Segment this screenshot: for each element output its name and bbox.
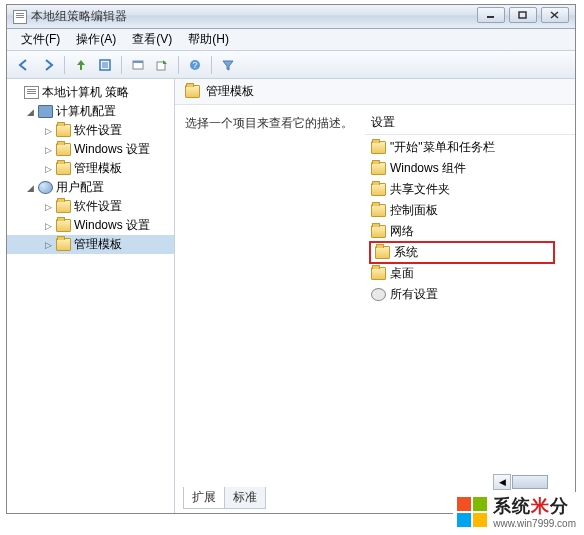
content-area: 本地计算机 策略 ◢ 计算机配置 ▷ 软件设置 ▷ Windows 设置 ▷ 管…: [7, 79, 575, 513]
svg-rect-1: [519, 12, 526, 18]
folder-icon: [371, 141, 386, 154]
setting-control-panel[interactable]: 控制面板: [365, 200, 575, 221]
logo-square-blue: [457, 513, 471, 527]
view-tabs: 扩展 标准: [183, 487, 265, 509]
watermark: 系统米分 www.win7999.com: [453, 492, 580, 531]
help-button[interactable]: ?: [184, 54, 206, 76]
expander-icon[interactable]: ◢: [25, 106, 36, 117]
folder-icon: [375, 246, 390, 259]
description-column: 选择一个项目来查看它的描述。: [175, 105, 365, 513]
expander-icon[interactable]: ▷: [43, 239, 54, 250]
toolbar: ?: [7, 51, 575, 79]
toolbar-separator: [211, 56, 212, 74]
watermark-text: 系统米分 www.win7999.com: [493, 494, 576, 529]
folder-icon: [371, 204, 386, 217]
tree-software-settings-user[interactable]: ▷ 软件设置: [7, 197, 174, 216]
setting-network[interactable]: 网络: [365, 221, 575, 242]
tree-computer-config[interactable]: ◢ 计算机配置: [7, 102, 174, 121]
svg-text:?: ?: [192, 60, 197, 70]
folder-icon: [185, 85, 200, 98]
tree-label: 用户配置: [56, 179, 104, 196]
scroll-thumb[interactable]: [512, 475, 548, 489]
watermark-url: www.win7999.com: [493, 518, 576, 529]
maximize-button[interactable]: [509, 7, 537, 23]
tree-label: Windows 设置: [74, 141, 150, 158]
app-icon: [13, 10, 27, 24]
tab-extended[interactable]: 扩展: [183, 487, 225, 509]
menu-help[interactable]: 帮助(H): [180, 29, 237, 50]
setting-label: 桌面: [390, 265, 414, 282]
watermark-logo: [457, 497, 487, 527]
folder-icon: [56, 124, 71, 137]
tree-windows-settings-user[interactable]: ▷ Windows 设置: [7, 216, 174, 235]
setting-label: Windows 组件: [390, 160, 466, 177]
tree-admin-templates[interactable]: ▷ 管理模板: [7, 159, 174, 178]
gpedit-window: 本地组策略编辑器 文件(F) 操作(A) 查看(V) 帮助(H) ?: [6, 4, 576, 514]
tab-standard[interactable]: 标准: [224, 487, 266, 509]
tree-label: 管理模板: [74, 160, 122, 177]
gear-icon: [371, 288, 386, 301]
folder-icon: [56, 143, 71, 156]
settings-column-header[interactable]: 设置: [365, 111, 575, 135]
window-title: 本地组策略编辑器: [31, 8, 127, 25]
expander-icon[interactable]: ▷: [43, 144, 54, 155]
logo-square-yellow: [473, 513, 487, 527]
tree-label: 软件设置: [74, 198, 122, 215]
up-button[interactable]: [70, 54, 92, 76]
setting-windows-components[interactable]: Windows 组件: [365, 158, 575, 179]
folder-icon: [371, 225, 386, 238]
expander-icon[interactable]: ▷: [43, 201, 54, 212]
tree-software-settings[interactable]: ▷ 软件设置: [7, 121, 174, 140]
folder-icon: [371, 183, 386, 196]
folder-icon: [56, 200, 71, 213]
details-title: 管理模板: [206, 83, 254, 100]
setting-all[interactable]: 所有设置: [365, 284, 575, 305]
menu-action[interactable]: 操作(A): [68, 29, 124, 50]
tree-admin-templates-user[interactable]: ▷ 管理模板: [7, 235, 174, 254]
window-controls: [477, 7, 569, 23]
expander-icon[interactable]: ◢: [25, 182, 36, 193]
tree-pane[interactable]: 本地计算机 策略 ◢ 计算机配置 ▷ 软件设置 ▷ Windows 设置 ▷ 管…: [7, 79, 175, 513]
setting-shared-folders[interactable]: 共享文件夹: [365, 179, 575, 200]
tree-label: 软件设置: [74, 122, 122, 139]
folder-icon: [371, 162, 386, 175]
logo-square-green: [473, 497, 487, 511]
setting-label: 控制面板: [390, 202, 438, 219]
scroll-left-button[interactable]: ◀: [493, 474, 511, 490]
setting-label: 所有设置: [390, 286, 438, 303]
expander-icon[interactable]: ▷: [43, 220, 54, 231]
menu-view[interactable]: 查看(V): [124, 29, 180, 50]
tree-label: Windows 设置: [74, 217, 150, 234]
forward-button[interactable]: [37, 54, 59, 76]
list-button[interactable]: [94, 54, 116, 76]
details-pane: 管理模板 选择一个项目来查看它的描述。 设置 "开始"菜单和任务栏 Window…: [175, 79, 575, 513]
user-icon: [38, 181, 53, 194]
expander-icon[interactable]: ▷: [43, 163, 54, 174]
toolbar-separator: [178, 56, 179, 74]
setting-label: "开始"菜单和任务栏: [390, 139, 495, 156]
policy-icon: [24, 86, 39, 99]
details-header: 管理模板: [175, 79, 575, 105]
menu-file[interactable]: 文件(F): [13, 29, 68, 50]
minimize-button[interactable]: [477, 7, 505, 23]
setting-start-menu[interactable]: "开始"菜单和任务栏: [365, 137, 575, 158]
toolbar-separator: [121, 56, 122, 74]
hint-text: 选择一个项目来查看它的描述。: [185, 115, 357, 132]
back-button[interactable]: [13, 54, 35, 76]
settings-column: 设置 "开始"菜单和任务栏 Windows 组件 共享文件夹 控制面板 网络 系…: [365, 105, 575, 513]
tree-user-config[interactable]: ◢ 用户配置: [7, 178, 174, 197]
folder-icon: [56, 162, 71, 175]
close-button[interactable]: [541, 7, 569, 23]
tree-windows-settings[interactable]: ▷ Windows 设置: [7, 140, 174, 159]
filter-button[interactable]: [217, 54, 239, 76]
folder-icon: [371, 267, 386, 280]
tree-root[interactable]: 本地计算机 策略: [7, 83, 174, 102]
computer-icon: [38, 105, 53, 118]
expander-icon[interactable]: ▷: [43, 125, 54, 136]
export-button[interactable]: [151, 54, 173, 76]
folder-icon: [56, 238, 71, 251]
properties-button[interactable]: [127, 54, 149, 76]
setting-system[interactable]: 系统: [369, 241, 555, 264]
setting-desktop[interactable]: 桌面: [365, 263, 575, 284]
tree-label: 计算机配置: [56, 103, 116, 120]
